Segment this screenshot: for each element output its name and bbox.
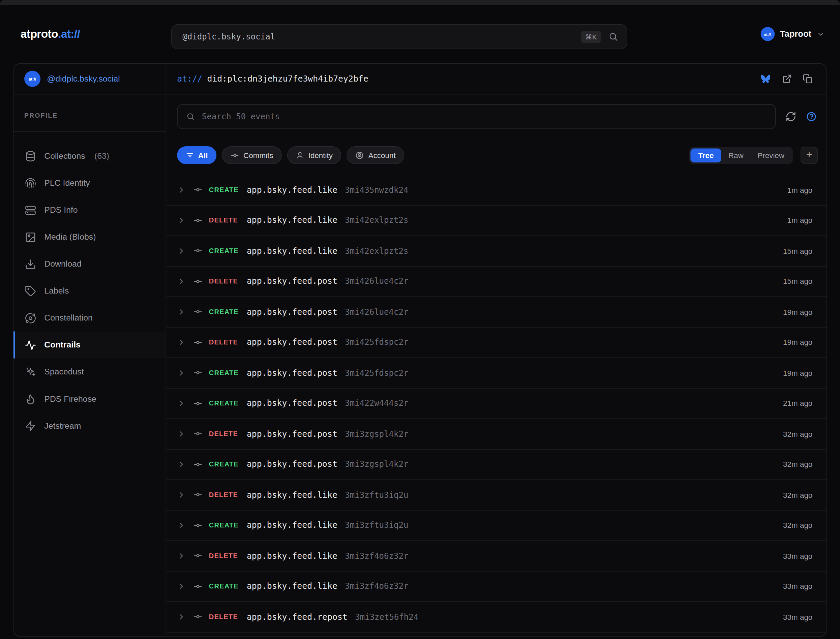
event-row[interactable]: CREATE app.bsky.feed.post 3mi425fdspc2r …: [166, 358, 827, 388]
global-search-box[interactable]: ⌘K: [171, 24, 627, 49]
chevron-right-icon[interactable]: [177, 186, 186, 194]
app-logo[interactable]: atproto.at://: [21, 28, 80, 40]
event-row[interactable]: DELETE app.bsky.feed.post 3mi3zgspl4k2r …: [166, 419, 827, 449]
event-row[interactable]: CREATE app.bsky.feed.like 3mi3zf4o6z32r …: [166, 571, 827, 602]
chevron-down-icon: [817, 30, 825, 38]
account-handle: @didplc.bsky.social: [47, 74, 120, 84]
event-rkey: 3mi426lue4c2r: [345, 277, 408, 286]
chevron-right-icon[interactable]: [177, 247, 186, 256]
event-row[interactable]: DELETE app.bsky.feed.like 3mi3zf4o6z32r …: [166, 541, 827, 571]
sidebar-item-plc-identity[interactable]: PLC Identity: [13, 170, 166, 197]
event-search-box[interactable]: [177, 104, 776, 129]
event-action: DELETE: [209, 217, 247, 224]
filter-chip-label: All: [198, 151, 208, 160]
event-search-row: [166, 94, 827, 129]
event-collection: app.bsky.feed.post: [247, 307, 337, 317]
chevron-right-icon[interactable]: [177, 552, 186, 560]
event-row[interactable]: DELETE app.bsky.feed.like 3mi42exlpzt2s …: [166, 205, 827, 235]
sidebar-item-jetstream[interactable]: Jetstream: [13, 413, 166, 439]
logo-prefix: atproto: [21, 28, 58, 40]
filter-chip-account[interactable]: Account: [347, 146, 404, 164]
event-row[interactable]: CREATE app.bsky.feed.post 3mi426lue4c2r …: [166, 297, 827, 327]
sidebar-item-count: (63): [94, 151, 109, 161]
event-search-input[interactable]: [202, 112, 767, 122]
chevron-right-icon[interactable]: [177, 277, 186, 286]
sidebar-item-label: Labels: [44, 286, 69, 296]
chevron-right-icon[interactable]: [177, 429, 186, 438]
git-commit-icon: [193, 399, 202, 408]
event-timestamp: 19m ago: [783, 368, 812, 377]
user-menu[interactable]: at:// Taproot: [760, 27, 825, 41]
chevron-right-icon[interactable]: [177, 399, 186, 408]
sidebar-item-collections[interactable]: Collections (63): [13, 143, 166, 170]
event-row[interactable]: CREATE app.bsky.feed.post 3mi3zgspl4k2r …: [166, 449, 827, 480]
sidebar-item-contrails[interactable]: Contrails: [13, 331, 166, 358]
global-search-input[interactable]: [182, 32, 581, 41]
sidebar-item-label: PLC Identity: [44, 178, 90, 188]
event-timestamp: 1m ago: [788, 186, 813, 194]
chevron-right-icon[interactable]: [177, 490, 186, 499]
help-icon[interactable]: [806, 111, 817, 122]
event-row[interactable]: CREATE app.bsky.feed.post 3mi422w444s2r …: [166, 388, 827, 419]
person-icon: [296, 151, 304, 159]
user-avatar: at://: [760, 27, 775, 41]
sidebar-item-pds-info[interactable]: PDS Info: [13, 197, 166, 223]
git-commit-icon: [193, 338, 202, 347]
event-row[interactable]: CREATE app.bsky.feed.like 3mi3zftu3iq2u …: [166, 510, 827, 540]
chevron-right-icon[interactable]: [177, 216, 186, 225]
event-collection: app.bsky.feed.post: [247, 368, 337, 378]
event-rkey: 3mi425fdspc2r: [345, 368, 408, 378]
orbit-icon: [25, 312, 37, 324]
sidebar-item-constellation[interactable]: Constellation: [13, 304, 166, 331]
event-rkey: 3mi435nwzdk24: [345, 185, 408, 195]
event-action: DELETE: [209, 278, 247, 285]
event-row[interactable]: CREATE app.bsky.feed.like 3mi435nwzdk24 …: [166, 175, 827, 205]
refresh-icon[interactable]: [785, 111, 796, 122]
event-row[interactable]: DELETE app.bsky.feed.post 3mi425fdspc2r …: [166, 327, 827, 358]
filter-chip-commits[interactable]: Commits: [222, 146, 282, 164]
event-collection: app.bsky.feed.like: [247, 185, 337, 195]
event-row[interactable]: CREATE app.bsky.feed.like 3mi42exlpzt2s …: [166, 236, 827, 266]
filter-chip-identity[interactable]: Identity: [287, 146, 341, 164]
add-button[interactable]: +: [800, 146, 818, 164]
view-mode-tree[interactable]: Tree: [690, 148, 721, 162]
filter-chip-all[interactable]: All: [177, 146, 216, 164]
sidebar-item-labels[interactable]: Labels: [13, 277, 166, 304]
git-commit-icon: [193, 490, 202, 499]
event-collection: app.bsky.feed.like: [247, 246, 337, 256]
event-rkey: 3mi42exlpzt2s: [345, 246, 408, 256]
event-timestamp: 19m ago: [783, 307, 812, 316]
sidebar-item-download[interactable]: Download: [13, 250, 166, 277]
chevron-right-icon[interactable]: [177, 338, 186, 347]
sidebar-item-pds-firehose[interactable]: PDS Firehose: [13, 385, 166, 412]
external-link-icon[interactable]: [782, 74, 792, 84]
sidebar-item-label: Contrails: [44, 340, 81, 350]
event-row[interactable]: DELETE app.bsky.feed.like 3mi3zftu3iq2u …: [166, 480, 827, 510]
window-top-bar: [0, 0, 840, 5]
resource-uri: at:// did:plc:dn3jehzu7fe3wh4ib7ey2bfe: [177, 74, 368, 84]
view-mode-raw[interactable]: Raw: [721, 148, 751, 162]
sidebar-item-label: Constellation: [44, 313, 93, 323]
event-row[interactable]: DELETE app.bsky.feed.repost 3mi3zet56fh2…: [166, 602, 827, 632]
event-rkey: 3mi3zf4o6z32r: [345, 551, 408, 561]
chevron-right-icon[interactable]: [177, 582, 186, 591]
view-mode-preview[interactable]: Preview: [750, 148, 791, 162]
topbar: atproto.at:// ⌘K at:// Taproot: [0, 5, 840, 63]
server-icon: [25, 204, 37, 216]
chevron-right-icon[interactable]: [177, 612, 186, 621]
chevron-right-icon[interactable]: [177, 460, 186, 469]
chevron-right-icon[interactable]: [177, 307, 186, 316]
event-row[interactable]: DELETE app.bsky.feed.post 3mi426lue4c2r …: [166, 266, 827, 297]
chevron-right-icon[interactable]: [177, 368, 186, 377]
event-collection: app.bsky.feed.post: [247, 429, 337, 439]
sidebar-item-spacedust[interactable]: Spacedust: [13, 358, 166, 385]
sidebar-item-media-blobs[interactable]: Media (Blobs): [13, 223, 166, 250]
git-commit-icon: [193, 552, 202, 561]
git-commit-icon: [193, 582, 202, 591]
uri-scheme[interactable]: at://: [177, 74, 202, 84]
chevron-right-icon[interactable]: [177, 521, 186, 530]
sidebar-account-header[interactable]: at:// @didplc.bsky.social: [13, 64, 166, 94]
git-commit-icon: [193, 429, 202, 439]
bluesky-butterfly-icon[interactable]: [760, 74, 772, 84]
copy-icon[interactable]: [803, 74, 812, 84]
